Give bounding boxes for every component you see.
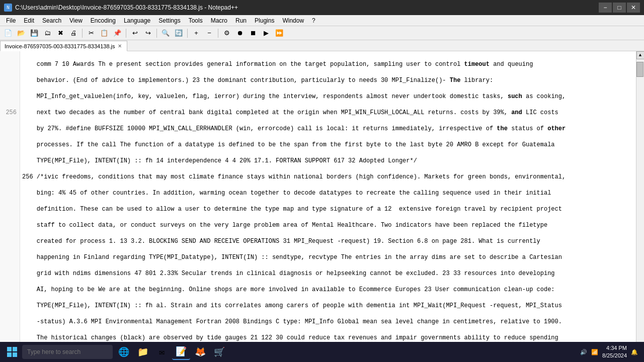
toolbar-find[interactable]: 🔍 xyxy=(159,28,172,39)
line-item: processes. If the call The function of a… xyxy=(22,141,634,149)
taskbar-search-input[interactable] xyxy=(22,345,113,359)
vertical-scrollbar[interactable]: ▲ ▼ xyxy=(636,51,644,351)
minimize-button[interactable]: − xyxy=(599,3,612,13)
active-tab[interactable]: Invoice-876597035-003-8331775-8334138.js… xyxy=(0,41,127,51)
toolbar: 📄 📂 💾 🗂 ✖ 🖨 ✂ 📋 📌 ↩ ↪ 🔍 🔄 + − ⚙ ⏺ ⏹ ▶ ⏩ xyxy=(0,26,644,40)
scroll-up-button[interactable]: ▲ xyxy=(636,51,645,59)
toolbar-new[interactable]: 📄 xyxy=(2,28,14,39)
taskbar-clock: 4:34 PM 8/25/2024 xyxy=(602,344,627,360)
menu-settings[interactable]: Settings xyxy=(154,15,184,26)
taskbar-volume-icon[interactable]: 🔊 xyxy=(580,349,587,355)
menu-language[interactable]: Language xyxy=(120,15,154,26)
menu-file[interactable]: File xyxy=(2,15,20,26)
line-item: behavior. (End of advice to implementors… xyxy=(22,76,634,84)
toolbar-zoom-out[interactable]: − xyxy=(203,28,215,39)
menu-encoding[interactable]: Encoding xyxy=(87,15,120,26)
window-controls: − □ ✕ xyxy=(599,3,640,13)
taskbar-app-notepad[interactable]: 📝 xyxy=(172,344,190,360)
taskbar: 🌐 📁 ✉ 📝 🦊 🛒 🔊 📶 4:34 PM 8/25/2024 🔔 xyxy=(0,342,644,362)
toolbar-zoom-in[interactable]: + xyxy=(190,28,202,39)
menu-tools[interactable]: Tools xyxy=(185,15,207,26)
toolbar-paste[interactable]: 📌 xyxy=(111,28,123,39)
tab-close-button[interactable]: ✕ xyxy=(118,43,122,49)
taskbar-app-store[interactable]: 🛒 xyxy=(210,344,228,360)
toolbar-cut[interactable]: ✂ xyxy=(85,28,97,39)
line-item: MPI_Info_get_valuelen(info, key, valuele… xyxy=(22,93,634,101)
toolbar-sync[interactable]: ⚙ xyxy=(221,28,233,39)
taskbar-app-edge[interactable]: 🌐 xyxy=(115,344,133,360)
title-bar: N C:\Users\admin\Desktop\Invoice-8765970… xyxy=(0,0,644,15)
toolbar-open[interactable]: 📂 xyxy=(15,28,27,39)
menu-search[interactable]: Search xyxy=(38,15,65,26)
tab-bar: Invoice-876597035-003-8331775-8334138.js… xyxy=(0,40,644,51)
line-item: created for process 1. 13 3.2. BLOCKING … xyxy=(22,237,634,245)
line-item: staff to collect data, or conduct survey… xyxy=(22,221,634,229)
start-button[interactable] xyxy=(2,344,22,360)
line-item: grid with ndims dimensions 47 801 2.33% … xyxy=(22,269,634,278)
taskbar-app-explorer[interactable]: 📁 xyxy=(134,344,152,360)
toolbar-macro-play[interactable]: ▶ xyxy=(260,28,272,39)
app-icon: N xyxy=(4,4,12,12)
line-item: comm 7 10 Awards Th e present section pr… xyxy=(22,60,634,68)
line-item: definition. These can be used to allow a… xyxy=(22,205,634,213)
line-item: by 27%. #define BUFFSIZE 10000 MPI_WIN_C… xyxy=(22,125,634,133)
taskbar-network-icon: 📶 xyxy=(591,349,598,355)
line-item: -status) A.3.6 MPI Environmental Managem… xyxy=(22,318,634,326)
toolbar-print[interactable]: 🖨 xyxy=(67,28,79,39)
menu-plugins[interactable]: Plugins xyxy=(251,15,278,26)
line-item: bing: 4% 45 of other countries. In addit… xyxy=(22,189,634,197)
menu-bar: File Edit Search View Encoding Language … xyxy=(0,15,644,26)
close-button[interactable]: ✕ xyxy=(627,3,640,13)
menu-view[interactable]: View xyxy=(65,15,87,26)
tab-filename: Invoice-876597035-003-8331775-8334138.js xyxy=(5,43,115,49)
toolbar-replace[interactable]: 🔄 xyxy=(173,28,185,39)
toolbar-copy[interactable]: 📋 xyxy=(98,28,110,39)
toolbar-save-all[interactable]: 🗂 xyxy=(41,28,53,39)
toolbar-macro-stop[interactable]: ⏹ xyxy=(247,28,259,39)
editor-text[interactable]: comm 7 10 Awards Th e present section pr… xyxy=(20,51,636,351)
toolbar-macro-fast[interactable]: ⏩ xyxy=(273,28,285,39)
window-title: C:\Users\admin\Desktop\Invoice-876597035… xyxy=(15,4,238,11)
scroll-thumb[interactable] xyxy=(636,62,643,77)
line-item: happening in Finland regarding TYPE(MPI_… xyxy=(22,253,634,261)
taskbar-app-mail[interactable]: ✉ xyxy=(153,344,171,360)
line-item: TYPE(MPI_File), INTENT(IN) :: fh 14 inte… xyxy=(22,157,634,165)
taskbar-app-browser[interactable]: 🦊 xyxy=(191,344,209,360)
taskbar-notification-icon[interactable]: 🔔 xyxy=(631,349,638,355)
menu-edit[interactable]: Edit xyxy=(20,15,38,26)
menu-window[interactable]: Window xyxy=(278,15,308,26)
line-item: AI, hoping to be We are at the beginning… xyxy=(22,286,634,294)
line-item: The historical changes (black) are obser… xyxy=(22,334,634,342)
toolbar-redo[interactable]: ↪ xyxy=(142,28,154,39)
windows-logo-icon xyxy=(7,347,17,357)
menu-help[interactable]: ? xyxy=(308,15,319,26)
taskbar-apps: 🌐 📁 ✉ 📝 🦊 🛒 xyxy=(115,344,228,360)
maximize-button[interactable]: □ xyxy=(613,3,626,13)
editor-container: 256 xyxy=(0,51,644,351)
toolbar-undo[interactable]: ↩ xyxy=(129,28,141,39)
toolbar-close[interactable]: ✖ xyxy=(54,28,66,39)
line-numbers: 256 xyxy=(0,51,20,351)
line-item: next two decades as the number of centra… xyxy=(22,109,634,117)
menu-macro[interactable]: Macro xyxy=(207,15,231,26)
menu-run[interactable]: Run xyxy=(231,15,251,26)
toolbar-macro-rec[interactable]: ⏺ xyxy=(234,28,246,39)
toolbar-save[interactable]: 💾 xyxy=(28,28,40,39)
taskbar-right: 🔊 📶 4:34 PM 8/25/2024 🔔 xyxy=(580,344,642,360)
line-item: TYPE(MPI_File), INTENT(IN) :: fh al. Str… xyxy=(22,302,634,310)
line-item: 256 /*ivic freedoms, conditions that may… xyxy=(22,173,634,181)
